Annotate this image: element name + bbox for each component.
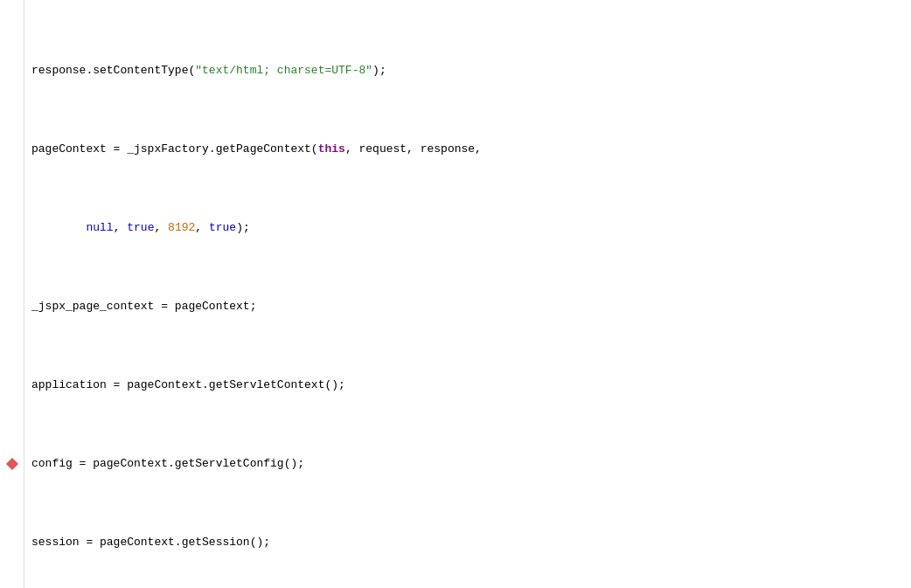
bp-line-6 [0,79,24,94]
bp-line-5 [0,63,24,79]
bp-line-19 [0,283,24,299]
line-4-text: _jspx_page_context = pageContext; [31,299,256,315]
bp-line-2 [0,16,24,31]
bp-line-31 [0,472,24,488]
bp-line-30[interactable] [0,456,24,472]
code-line-1: response.setContentType("text/html; char… [24,63,911,79]
code-area[interactable]: response.setContentType("text/html; char… [24,0,911,588]
bp-line-32 [0,488,24,503]
bp-line-29 [0,440,24,456]
bp-line-15 [0,220,24,236]
editor-container: response.setContentType("text/html; char… [0,0,911,588]
bp-line-34 [0,519,24,535]
bp-line-16 [0,236,24,252]
bp-line-9 [0,126,24,142]
code-line-6: config = pageContext.getServletConfig(); [24,456,911,472]
line-5-text: application = pageContext.getServletCont… [31,377,345,393]
bp-line-22 [0,330,24,346]
bp-line-3 [0,31,24,47]
line-1-text: response.setContentType("text/html; char… [31,63,386,79]
bp-line-20 [0,299,24,315]
bp-line-4 [0,47,24,63]
code-line-5: application = pageContext.getServletCont… [24,377,911,393]
left-gutter [0,0,24,588]
breakpoint-area [0,0,24,535]
code-content: response.setContentType("text/html; char… [24,0,911,588]
bp-line-21 [0,315,24,330]
bp-line-23 [0,346,24,362]
bp-line-17 [0,252,24,267]
code-line-4: _jspx_page_context = pageContext; [24,299,911,315]
bp-line-25 [0,377,24,393]
bp-line-1 [0,0,24,16]
bp-line-28 [0,425,24,440]
line-7-text: session = pageContext.getSession(); [31,535,270,550]
breakpoint-marker[interactable] [5,458,17,470]
bp-line-24 [0,362,24,377]
bp-line-14 [0,204,24,220]
code-line-7: session = pageContext.getSession(); [24,535,911,550]
bp-line-8 [0,110,24,126]
code-line-3: null, true, 8192, true); [24,220,911,236]
line-2-text: pageContext = _jspxFactory.getPageContex… [31,142,482,157]
bp-line-10 [0,142,24,157]
line-3-text: null, true, 8192, true); [31,220,250,236]
line-6-text: config = pageContext.getServletConfig(); [31,456,304,472]
bp-line-26 [0,393,24,409]
bp-line-18 [0,267,24,283]
bp-line-11 [0,157,24,173]
bp-line-13 [0,189,24,204]
bp-line-7 [0,94,24,110]
bp-line-33 [0,503,24,519]
bp-line-12 [0,173,24,189]
code-line-2: pageContext = _jspxFactory.getPageContex… [24,142,911,157]
bp-line-27 [0,409,24,425]
